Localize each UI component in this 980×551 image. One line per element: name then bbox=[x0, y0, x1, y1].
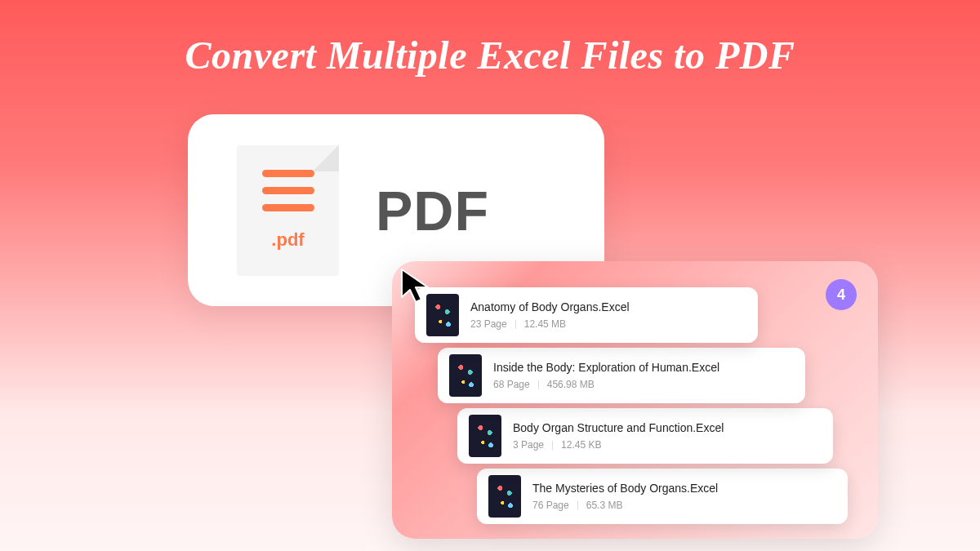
file-count-badge: 4 bbox=[826, 279, 857, 310]
file-meta: 76 Page 65.3 MB bbox=[532, 500, 718, 511]
file-list-panel: 4 Anatomy of Body Organs.Excel 23 Page 1… bbox=[392, 261, 878, 539]
file-meta: 68 Page 456.98 MB bbox=[493, 379, 719, 390]
file-card[interactable]: Body Organ Structure and Function.Excel … bbox=[457, 408, 833, 464]
file-pages: 3 Page bbox=[513, 439, 544, 451]
meta-separator bbox=[538, 380, 539, 389]
file-name: Body Organ Structure and Function.Excel bbox=[513, 421, 724, 434]
file-name: Inside the Body: Exploration of Human.Ex… bbox=[493, 361, 719, 374]
cursor-icon bbox=[395, 264, 438, 310]
document-lines-icon bbox=[262, 170, 314, 211]
file-meta: 23 Page 12.45 MB bbox=[470, 318, 630, 330]
page-title: Convert Multiple Excel Files to PDF bbox=[0, 0, 980, 78]
file-card[interactable]: Anatomy of Body Organs.Excel 23 Page 12.… bbox=[415, 287, 758, 343]
pdf-file-icon: .pdf bbox=[237, 145, 339, 276]
pdf-extension-label: .pdf bbox=[271, 229, 304, 251]
file-size: 12.45 KB bbox=[561, 439, 601, 451]
file-name: The Mysteries of Body Organs.Excel bbox=[532, 482, 718, 495]
file-name: Anatomy of Body Organs.Excel bbox=[470, 300, 630, 313]
file-card[interactable]: Inside the Body: Exploration of Human.Ex… bbox=[438, 348, 805, 403]
file-thumbnail bbox=[449, 354, 482, 397]
file-pages: 76 Page bbox=[532, 500, 569, 511]
file-size: 456.98 MB bbox=[547, 379, 595, 390]
file-card[interactable]: The Mysteries of Body Organs.Excel 76 Pa… bbox=[477, 469, 848, 524]
file-thumbnail bbox=[469, 415, 501, 457]
meta-separator bbox=[515, 320, 516, 329]
file-thumbnail bbox=[488, 475, 521, 518]
file-size: 12.45 MB bbox=[524, 318, 566, 330]
meta-separator bbox=[577, 501, 578, 510]
file-size: 65.3 MB bbox=[586, 500, 623, 511]
file-pages: 23 Page bbox=[470, 318, 507, 330]
meta-separator bbox=[552, 441, 553, 450]
pdf-label: PDF bbox=[376, 179, 489, 242]
file-meta: 3 Page 12.45 KB bbox=[513, 439, 724, 451]
file-pages: 68 Page bbox=[493, 379, 530, 390]
